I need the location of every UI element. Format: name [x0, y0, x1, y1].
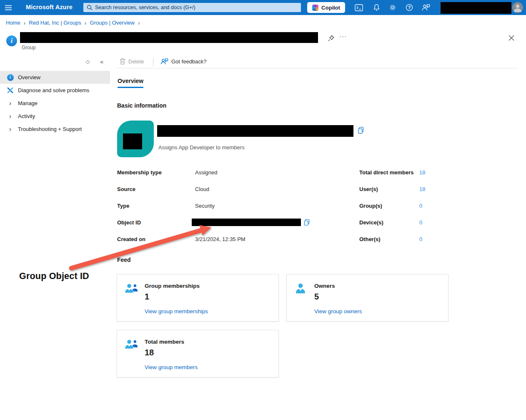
- sidebar-item-label: Overview: [18, 74, 40, 80]
- feedback-icon[interactable]: [421, 3, 431, 12]
- account-info-redacted: [441, 2, 511, 14]
- account-avatar[interactable]: [512, 2, 523, 13]
- sidebar-item-activity[interactable]: › Activity: [0, 110, 110, 123]
- group-description: Assigns App Developer to members: [158, 144, 245, 151]
- field-label: Object ID: [117, 219, 141, 226]
- pane-tools: ◇ «: [0, 58, 110, 67]
- card-title: Group memberships: [145, 283, 200, 289]
- tab-overview[interactable]: Overview: [118, 78, 143, 88]
- sidebar-item-troubleshooting[interactable]: › Troubleshooting + Support: [0, 123, 110, 136]
- delete-button[interactable]: Delete: [120, 58, 144, 65]
- stat-value-groups[interactable]: 0: [419, 203, 422, 209]
- azure-portal-window: Microsoft Azure Copilot ?: [0, 0, 526, 420]
- card-group-memberships: Group memberships 1 View group membershi…: [117, 274, 279, 322]
- view-group-memberships-link[interactable]: View group memberships: [145, 308, 208, 314]
- stat-label: Other(s): [359, 236, 381, 242]
- sidebar-item-label: Activity: [18, 113, 35, 119]
- view-group-owners-link[interactable]: View group owners: [314, 308, 362, 314]
- sidebar-item-label: Diagnose and solve problems: [18, 87, 89, 93]
- chevron-right-icon: ›: [9, 113, 11, 120]
- object-id-redacted: [192, 219, 301, 226]
- svg-text:?: ?: [408, 5, 411, 10]
- group-initials-redacted: [123, 133, 142, 149]
- sidebar-item-overview[interactable]: i Overview: [0, 71, 110, 84]
- field-label: Type: [117, 203, 129, 209]
- card-title: Total members: [145, 339, 184, 345]
- pane-switcher-icon[interactable]: ◇: [86, 59, 90, 65]
- stat-label: User(s): [359, 186, 378, 192]
- field-label: Source: [117, 186, 135, 192]
- group-people-icon: [124, 338, 139, 352]
- hamburger-menu-icon[interactable]: [3, 3, 13, 12]
- card-owners: Owners 5 View group owners: [286, 274, 448, 322]
- blade-sidebar: ◇ « i Overview Diagnose and solve proble…: [0, 54, 110, 420]
- copilot-button[interactable]: Copilot: [307, 2, 345, 13]
- group-title-redacted: [20, 32, 318, 43]
- sidebar-item-label: Manage: [18, 100, 38, 106]
- got-feedback-button[interactable]: Got feedback?: [160, 58, 207, 65]
- group-avatar: [117, 121, 154, 157]
- top-bar: Microsoft Azure Copilot ?: [0, 0, 526, 15]
- breadcrumb: Home › Red Hat, Inc | Groups › Groups | …: [6, 20, 140, 26]
- field-label: Membership type: [117, 169, 162, 176]
- search-icon: [87, 5, 93, 10]
- settings-gear-icon[interactable]: [388, 3, 398, 12]
- sidebar-item-diagnose[interactable]: Diagnose and solve problems: [0, 84, 110, 97]
- sidebar-nav: i Overview Diagnose and solve problems ›…: [0, 71, 110, 136]
- copilot-icon: [312, 5, 318, 11]
- card-count: 1: [145, 292, 149, 302]
- breadcrumb-groups-overview[interactable]: Groups | Overview: [90, 20, 135, 26]
- command-bar-rule: [117, 68, 518, 68]
- help-icon[interactable]: ?: [404, 3, 414, 12]
- field-value: Assigned: [195, 169, 217, 176]
- tab-active-underline: [118, 87, 143, 88]
- sidebar-item-label: Troubleshooting + Support: [18, 126, 82, 132]
- command-bar-divider: [153, 58, 153, 66]
- field-value: Security: [195, 203, 215, 209]
- card-total-members: Total members 18 View group members: [117, 330, 279, 377]
- stat-value-others[interactable]: 0: [419, 236, 422, 242]
- field-value: 3/21/2024, 12:35 PM: [195, 236, 245, 242]
- breadcrumb-home[interactable]: Home: [6, 20, 20, 26]
- search-input[interactable]: [95, 5, 298, 10]
- info-icon: i: [7, 74, 14, 81]
- view-group-members-link[interactable]: View group members: [145, 364, 198, 370]
- close-blade-icon[interactable]: [507, 34, 516, 42]
- group-people-icon: [124, 282, 139, 297]
- stat-label: Group(s): [359, 203, 382, 209]
- breadcrumb-groups[interactable]: Red Hat, Inc | Groups: [29, 20, 81, 26]
- field-value: Cloud: [195, 186, 209, 192]
- global-search[interactable]: [83, 3, 301, 12]
- chevron-right-icon: ›: [9, 126, 11, 133]
- stat-value-total-direct-members[interactable]: 18: [419, 169, 425, 176]
- notifications-icon[interactable]: [371, 3, 381, 12]
- group-name-redacted: [157, 125, 353, 137]
- stat-label: Total direct members: [359, 169, 414, 176]
- card-count: 18: [145, 348, 154, 357]
- sidebar-item-manage[interactable]: › Manage: [0, 97, 110, 110]
- brand-title[interactable]: Microsoft Azure: [26, 4, 73, 10]
- cloud-shell-icon[interactable]: [354, 3, 364, 12]
- feed-heading: Feed: [117, 257, 131, 263]
- stat-value-devices[interactable]: 0: [419, 219, 422, 226]
- card-count: 5: [314, 292, 319, 302]
- blade-subtitle: Group: [22, 45, 35, 50]
- chevron-right-icon: ›: [85, 20, 87, 26]
- group-info-icon: i: [6, 35, 17, 46]
- field-label: Created on: [117, 236, 145, 242]
- copy-object-id-icon[interactable]: [303, 218, 311, 226]
- chevron-right-icon: ›: [138, 20, 140, 26]
- basic-information-heading: Basic information: [117, 102, 166, 109]
- feedback-person-icon: [160, 58, 168, 65]
- trash-icon: [120, 58, 125, 65]
- collapse-pane-icon[interactable]: «: [100, 58, 103, 65]
- copy-group-name-icon[interactable]: [356, 126, 365, 135]
- more-options-button[interactable]: ···: [339, 33, 347, 40]
- stat-label: Device(s): [359, 219, 383, 226]
- diagnose-tools-icon: [7, 87, 14, 93]
- chevron-right-icon: ›: [24, 20, 26, 26]
- chevron-right-icon: ›: [9, 100, 11, 107]
- card-title: Owners: [314, 283, 335, 289]
- stat-value-users[interactable]: 18: [419, 186, 425, 192]
- pin-icon[interactable]: [327, 34, 335, 42]
